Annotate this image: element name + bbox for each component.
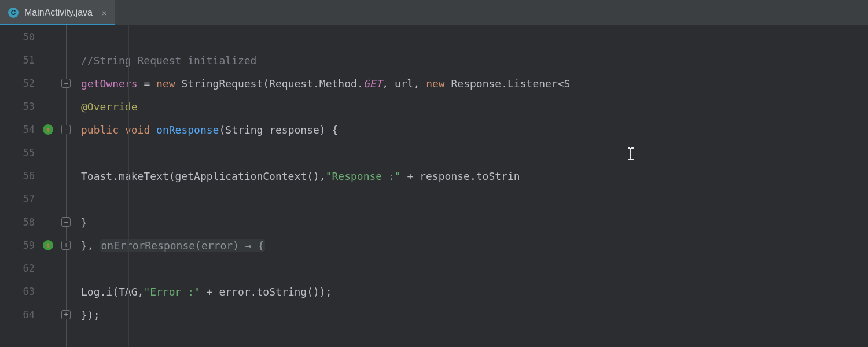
line-number: 53 (0, 95, 56, 118)
line-number: 57 (0, 187, 56, 211)
code-line[interactable]: Log.i(TAG,"Error :" + error.toString()); (81, 280, 868, 303)
override-gutter-icon[interactable]: ↑ (43, 240, 53, 250)
code-line[interactable]: Toast.makeText(getApplicationContext(),"… (81, 164, 868, 187)
code-line[interactable]: }, onErrorResponse(error) → { (81, 234, 868, 257)
code-line[interactable]: public void onResponse(String response) … (81, 118, 868, 141)
fold-handle[interactable]: − (61, 125, 71, 134)
file-tab-mainactivity[interactable]: C MainActivity.java ✕ (0, 0, 115, 25)
code-line[interactable]: //String Request initialized (81, 49, 868, 72)
close-icon[interactable]: ✕ (102, 8, 106, 17)
tab-bar: C MainActivity.java ✕ (0, 0, 868, 25)
line-number: 62 (0, 257, 56, 280)
method-decl: onResponse (156, 124, 219, 136)
string-literal: "Error :" (144, 286, 200, 298)
line-number: 59 ↑ (0, 234, 56, 257)
code-area[interactable]: //String Request initialized getOwners =… (76, 25, 868, 347)
string-literal: "Response :" (326, 170, 401, 182)
line-number (0, 326, 56, 347)
fold-handle[interactable]: − (61, 79, 71, 88)
code-line[interactable]: @Override (81, 95, 868, 118)
code-editor[interactable]: 50 51 52 53 54 ↑ 55 56 57 58 59 ↑ 62 63 … (0, 25, 868, 347)
tab-filename: MainActivity.java (24, 8, 93, 18)
fold-handle[interactable]: + (61, 241, 71, 250)
override-gutter-icon[interactable]: ↑ (43, 124, 53, 135)
line-number: 50 (0, 25, 56, 49)
comment: //String Request initialized (81, 54, 256, 67)
fold-handle[interactable]: − (61, 217, 71, 227)
line-number: 56 (0, 164, 56, 187)
line-number: 52 (0, 72, 56, 95)
code-line[interactable]: getOwners = new StringRequest(Request.Me… (81, 72, 868, 95)
line-number-gutter: 50 51 52 53 54 ↑ 55 56 57 58 59 ↑ 62 63 … (0, 25, 56, 347)
line-number: 51 (0, 49, 56, 72)
line-number: 55 (0, 141, 56, 164)
line-number: 64 (0, 303, 56, 326)
line-number: 58 (0, 211, 56, 234)
java-class-icon: C (8, 8, 19, 18)
line-number: 54 ↑ (0, 118, 56, 141)
code-line[interactable] (81, 257, 868, 280)
code-line[interactable]: }); (81, 303, 868, 326)
code-line[interactable] (81, 141, 868, 164)
fold-column: − − − + + (56, 25, 76, 347)
folded-lambda[interactable]: onErrorResponse(error) → { (100, 239, 266, 252)
code-line[interactable]: } (81, 211, 868, 234)
code-line[interactable] (81, 187, 868, 211)
fold-handle[interactable]: + (61, 310, 71, 319)
line-number: 63 (0, 280, 56, 303)
code-line[interactable] (81, 25, 868, 49)
